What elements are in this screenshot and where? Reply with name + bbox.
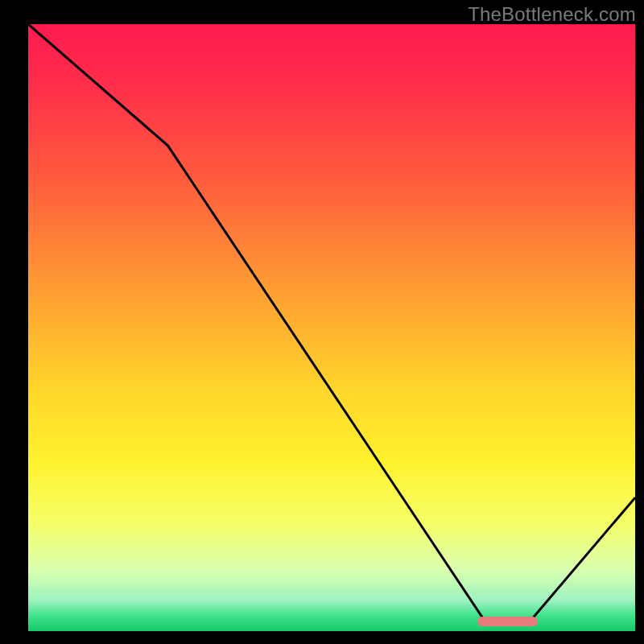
chart-svg [28, 24, 635, 631]
attribution-text: TheBottleneck.com [468, 3, 636, 26]
chart-container: TheBottleneck.com [0, 0, 644, 644]
optimal-range-marker [477, 617, 538, 626]
gradient-background [28, 24, 635, 631]
plot-area [24, 24, 635, 635]
